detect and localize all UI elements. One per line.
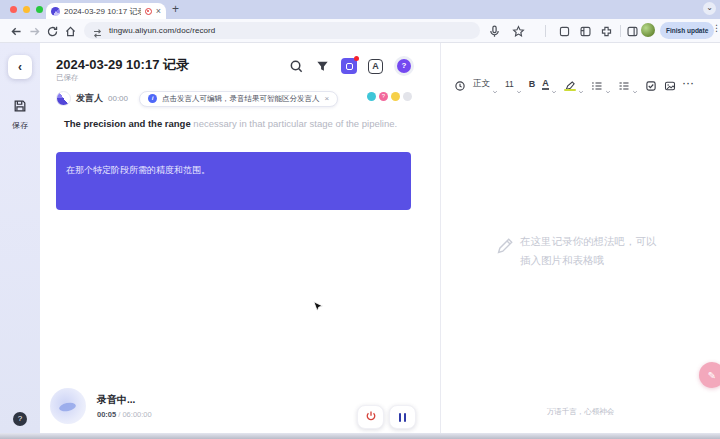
feedback-icon: ✎ [708, 370, 716, 381]
checkbox-icon[interactable] [645, 78, 657, 90]
page-title: 2024-03-29 10:17 记录 [56, 56, 189, 74]
tip-close-button[interactable]: × [325, 94, 330, 103]
tingwu-favicon-icon [51, 7, 60, 16]
translate-icon[interactable]: A [368, 59, 383, 74]
extension-b-icon[interactable] [579, 24, 592, 37]
recording-wave-avatar [50, 388, 86, 424]
new-tab-button[interactable]: + [172, 2, 179, 16]
document-toolbar: A ? [289, 56, 414, 76]
text-color-select[interactable]: A [542, 79, 557, 90]
bullet-list-icon [618, 78, 630, 90]
notification-dot [354, 56, 359, 61]
tab-close-button[interactable]: × [156, 7, 161, 16]
speaker-avatar[interactable] [56, 91, 71, 106]
transcript-emphasis: The precision and the range [64, 118, 191, 129]
chevron-down-icon [551, 81, 557, 87]
ordered-list-icon [591, 78, 603, 90]
history-icon[interactable] [454, 78, 466, 90]
chevron-down-icon [632, 81, 638, 87]
chevron-down-icon [578, 81, 584, 87]
url-bar[interactable]: tingwu.aliyun.com/doc/record [84, 22, 480, 39]
chevron-down-icon [605, 81, 611, 87]
window-minimize-button[interactable] [23, 6, 30, 13]
bold-button[interactable]: B [529, 79, 536, 89]
bookmark-star-icon[interactable] [512, 24, 525, 37]
more-tools-button[interactable]: ··· [683, 79, 695, 89]
extension-a-icon[interactable] [558, 24, 571, 37]
power-icon [365, 408, 377, 426]
search-icon[interactable] [289, 59, 304, 74]
help-button[interactable]: ? [13, 412, 27, 426]
font-size-label: 11 [505, 79, 514, 89]
window-close-button[interactable] [10, 6, 17, 13]
transcript-rest: necessary in that particular stage of th… [191, 118, 397, 129]
voice-search-icon[interactable] [488, 24, 501, 37]
insert-image-icon[interactable] [664, 78, 676, 90]
highlighter-icon [564, 78, 576, 91]
speaker-row: 发言人 00:00 i 点击发言人可编辑，录音结果可智能区分发言人 × [56, 90, 338, 107]
bullet-list-select[interactable] [618, 78, 638, 90]
tab-title: 2024-03-29 10:17 记录 [64, 6, 141, 17]
recording-time: 00:05 / 06:00:00 [97, 410, 152, 419]
browser-menu-icon[interactable]: ⋮ [712, 23, 720, 33]
tingwu-app: ‹ 保存 ? 2024-03-29 10:17 记录 已保存 A ? [0, 43, 720, 433]
back-icon[interactable] [10, 24, 23, 37]
extensions-puzzle-icon[interactable] [600, 24, 613, 37]
side-panel-icon[interactable] [626, 24, 639, 37]
reaction-dot-gray-icon[interactable] [403, 92, 412, 101]
panel-footer-slogan: 万语千言，心领神会 [441, 407, 720, 417]
site-settings-icon[interactable] [92, 25, 103, 36]
placeholder-text: 在这里记录你的想法吧，可以 插入图片和表格哦 [520, 232, 657, 270]
pencil-icon [496, 238, 513, 255]
url-text: tingwu.aliyun.com/doc/record [109, 26, 215, 35]
reload-icon[interactable] [46, 24, 59, 37]
filter-icon[interactable] [315, 59, 330, 74]
left-rail: ‹ 保存 ? [0, 43, 40, 433]
pause-icon [399, 413, 407, 422]
browser-tab[interactable]: 2024-03-29 10:17 记录 × [46, 3, 166, 19]
saved-status: 已保存 [56, 73, 79, 83]
info-icon: i [148, 94, 157, 103]
paragraph-style-select[interactable]: 正文 [473, 78, 498, 90]
transcript-paragraph[interactable]: The precision and the range necessary in… [64, 117, 409, 130]
recorder-bar: 录音中... 00:05 / 06:00:00 [40, 383, 440, 433]
mouse-cursor [313, 300, 323, 314]
reaction-dots: ? [367, 92, 412, 101]
reaction-dot-teal-icon[interactable] [367, 92, 376, 101]
speaker-name[interactable]: 发言人 [76, 92, 103, 105]
ai-assistant-button[interactable]: ? [394, 56, 414, 76]
reaction-dot-yellow-icon[interactable] [391, 92, 400, 101]
save-button[interactable]: 保存 [0, 99, 40, 131]
window-controls [10, 6, 43, 13]
smart-view-icon[interactable] [341, 58, 357, 74]
notes-placeholder[interactable]: 在这里记录你的想法吧，可以 插入图片和表格哦 [496, 232, 657, 270]
speaker-timestamp[interactable]: 00:00 [108, 94, 128, 103]
translation-block[interactable]: 在那个特定阶段所需的精度和范围。 [56, 152, 411, 210]
home-icon[interactable] [64, 24, 77, 37]
ordered-list-select[interactable] [591, 78, 611, 90]
paragraph-style-label: 正文 [473, 78, 490, 90]
toolbar-divider-2 [620, 25, 621, 37]
feedback-floating-button[interactable]: ✎ [699, 362, 720, 388]
finish-update-button[interactable]: Finish update [660, 22, 714, 39]
forward-icon[interactable] [28, 24, 41, 37]
browser-toolbar: tingwu.aliyun.com/doc/record Finish upda… [0, 19, 720, 43]
speaker-tip: i 点击发言人可编辑，录音结果可智能区分发言人 × [139, 91, 338, 107]
window-bottom-edge [0, 433, 720, 439]
stop-recording-button[interactable] [357, 405, 384, 429]
save-label: 保存 [0, 120, 40, 131]
ai-assistant-icon: ? [397, 59, 411, 73]
toolbar-divider [545, 25, 546, 37]
chevron-down-icon [516, 81, 522, 87]
window-zoom-button[interactable] [36, 6, 43, 13]
pause-recording-button[interactable] [389, 405, 416, 429]
tab-search-chevron-icon[interactable]: ⌄ [703, 2, 716, 15]
profile-avatar[interactable] [641, 23, 655, 37]
total-time: 06:00:00 [122, 410, 151, 419]
font-size-select[interactable]: 11 [505, 79, 522, 89]
reaction-dot-pink-icon[interactable]: ? [379, 92, 388, 101]
record-document: 2024-03-29 10:17 记录 已保存 A ? 发言人 00:00 i … [40, 43, 440, 433]
highlight-color-select[interactable] [564, 78, 584, 91]
back-to-list-button[interactable]: ‹ [8, 55, 32, 79]
tip-text: 点击发言人可编辑，录音结果可智能区分发言人 [162, 94, 320, 104]
